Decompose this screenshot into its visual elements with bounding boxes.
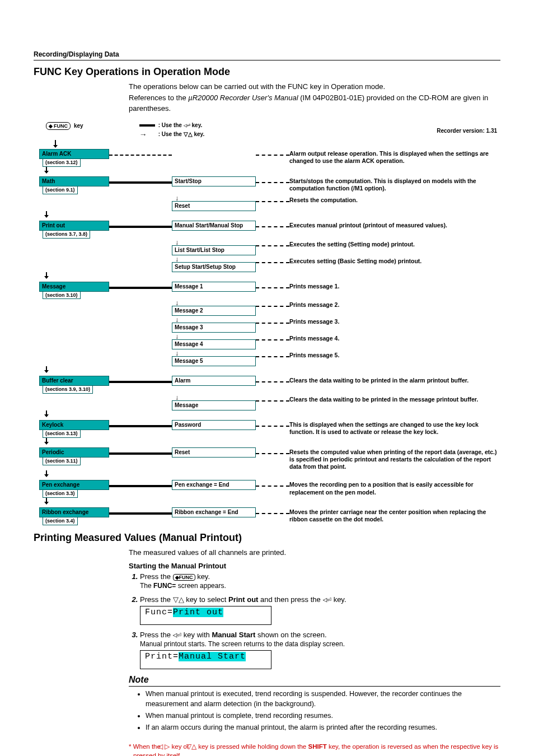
menu-4-section: (sections 3.9, 3.10): [43, 386, 93, 394]
submenu-2-0: Manual Start/Manual Stop: [172, 221, 256, 231]
desc: Resets the computed value when printing …: [289, 447, 500, 470]
legend-enter-text: : Use the ◁⏎ key.: [158, 122, 203, 129]
desc: Clears the data waiting to be printed in…: [289, 395, 500, 410]
notes-list: When manual printout is executed, trend …: [146, 689, 500, 733]
legend-arrow: [139, 130, 155, 139]
func-key-diagram: ◆FUNC key : Use the ◁⏎ key. : Use the ▽△…: [34, 122, 500, 526]
desc: Executes the setting (Setting mode) prin…: [289, 240, 500, 255]
footnote: * When the ◁ ▷ key or ▽△ key is pressed …: [129, 742, 500, 756]
submenu-7-0: Pen exchange = End: [172, 480, 256, 490]
note-3: If an alarm occurs during the manual pri…: [146, 722, 500, 733]
desc: Alarm output release operation. This is …: [289, 149, 500, 167]
desc: Moves the printer carriage near the cent…: [289, 507, 500, 525]
submenu-6-0: Reset: [172, 447, 256, 458]
menu-0-section: (section 3.12): [43, 159, 81, 167]
updown-icon: ▽△: [173, 595, 184, 604]
step-2: Press the ▽△ key to select Print out and…: [140, 595, 500, 625]
heading-printing: Printing Measured Values (Manual Printou…: [34, 532, 500, 544]
svg-marker-5: [44, 215, 49, 218]
enter-icon: ◁⏎: [322, 595, 331, 604]
note-2: When manual printout is complete, trend …: [146, 711, 500, 721]
screen-print-manualstart: Print=Manual Start: [140, 650, 271, 669]
down-arrow-icon: [51, 140, 59, 148]
submenu-3-4: Message 5: [172, 356, 256, 366]
svg-marker-7: [44, 276, 49, 279]
intro-line2: References to the µR20000 Recorder User'…: [129, 92, 500, 114]
menu-7-section: (section 3.3): [43, 490, 78, 498]
menu-1: Math: [39, 176, 109, 186]
desc: Clears the data waiting to be printed in…: [289, 376, 500, 394]
submenu-2-1: List Start/List Stop: [172, 245, 256, 255]
desc: This is displayed when the settings are …: [289, 420, 500, 438]
submenu-8-0: Ribbon exchange = End: [172, 507, 256, 517]
menu-3: Message: [39, 282, 109, 292]
desc: Prints message 5.: [289, 351, 500, 366]
submenu-3-0: Message 1: [172, 282, 256, 292]
menu-6-section: (section 3.11): [43, 458, 81, 465]
svg-marker-1: [53, 145, 58, 148]
desc: Moves the recording pen to a position th…: [289, 480, 500, 498]
svg-marker-15: [44, 474, 49, 477]
legend-thick-line: [139, 124, 155, 127]
menu-2-section: (sections 3.7, 3.8): [43, 231, 90, 239]
menu-5-section: (section 3.13): [43, 430, 81, 438]
step-3: Press the ◁⏎ key with Manual Start shown…: [140, 631, 500, 669]
func-key-icon: ◆FUNC: [46, 122, 71, 130]
func-keycap: ◆FUNC: [173, 574, 195, 581]
recorder-version: Recorder version: 1.31: [437, 128, 497, 134]
desc: Prints message 1.: [289, 282, 500, 300]
desc: Executes setting (Basic Setting mode) pr…: [289, 256, 500, 272]
printing-intro: The measured values of all channels are …: [129, 547, 500, 558]
svg-marker-13: [44, 442, 49, 445]
intro-line1: The operations below can be carried out …: [129, 81, 500, 92]
menu-8-section: (section 3.4): [43, 517, 78, 525]
submenu-1-1: Reset: [172, 201, 256, 211]
submenu-3-2: Message 3: [172, 323, 256, 333]
submenu-4-0: Alarm: [172, 376, 256, 386]
svg-marker-17: [44, 502, 49, 505]
steps-list: Press the ◆FUNC key. The FUNC= screen ap…: [140, 572, 500, 669]
menu-6: Periodic: [39, 447, 109, 458]
submenu-5-0: Password: [172, 420, 256, 430]
svg-marker-9: [44, 370, 49, 373]
svg-marker-11: [44, 414, 49, 417]
menu-2: Print out: [39, 221, 109, 231]
note-header: Note: [129, 675, 500, 687]
submenu-3-3: Message 4: [172, 339, 256, 349]
menu-7: Pen exchange: [39, 480, 109, 490]
menu-1-section: (section 9.1): [43, 186, 78, 194]
menu-5: Keylock: [39, 420, 109, 430]
submenu-3-1: Message 2: [172, 306, 256, 316]
submenu-1-0: Start/Stop: [172, 176, 256, 186]
menu-4: Buffer clear: [39, 376, 109, 386]
section-header: Recording/Displaying Data: [34, 50, 500, 60]
step-1: Press the ◆FUNC key. The FUNC= screen ap…: [140, 572, 500, 590]
desc: Prints message 3.: [289, 317, 500, 333]
submenu-4-1: Message: [172, 400, 256, 410]
menu-0: Alarm ACK: [39, 149, 109, 159]
heading-func-ops: FUNC Key Operations in Operation Mode: [34, 66, 500, 78]
menu-3-section: (section 3.10): [43, 292, 81, 300]
enter-icon: ◁⏎: [173, 631, 182, 639]
desc: Executes manual printout (printout of me…: [289, 221, 500, 239]
menu-8: Ribbon exchange: [39, 507, 109, 517]
legend-updown-text: : Use the ▽△ key.: [158, 131, 205, 138]
svg-marker-3: [44, 171, 49, 174]
key-label: key: [74, 123, 83, 129]
desc: Resets the computation.: [289, 195, 500, 211]
screen-func-printout: Func=Print out: [140, 606, 271, 625]
note-1: When manual printout is executed, trend …: [146, 689, 500, 710]
desc: Prints message 2.: [289, 300, 500, 316]
submenu-2-2: Setup Start/Setup Stop: [172, 262, 256, 272]
desc: Prints message 4.: [289, 334, 500, 349]
starting-header: Starting the Manual Printout: [129, 562, 500, 570]
desc: Starts/stops the computation. This is di…: [289, 176, 500, 194]
